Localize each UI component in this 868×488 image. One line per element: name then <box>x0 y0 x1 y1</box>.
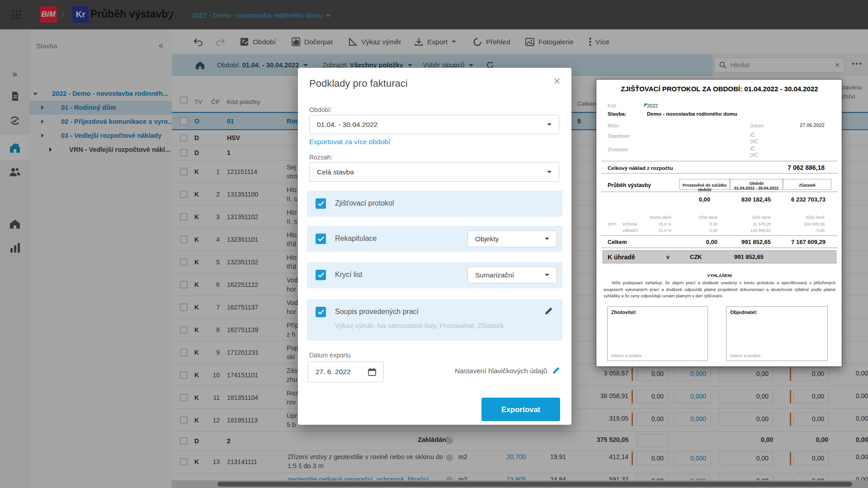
option-rekapitulace[interactable]: Rekapitulace Objekty <box>307 226 562 252</box>
protocol-v3: 6 232 703,73 <box>767 196 826 203</box>
protocol-ic-label: IČ: <box>750 146 756 151</box>
export-modal: Podklady pro fakturaci × Období: 01.04. … <box>298 68 571 425</box>
option-kryci-list[interactable]: Krycí list Sumarizační <box>307 262 562 288</box>
protocol-vyse-header: Výše daně <box>766 215 825 220</box>
modal-title: Podklady pro fakturaci <box>309 78 408 89</box>
protocol-ic-label: IČ: <box>750 133 756 138</box>
rekapitulace-select[interactable]: Objekty <box>467 230 557 247</box>
protocol-stavba-label: Stavba: <box>608 111 627 117</box>
option-zjistovaci-protokol[interactable]: Zjišťovací protokol <box>307 191 562 217</box>
export-more-link[interactable]: Exportovat za více období <box>309 138 390 146</box>
close-icon[interactable]: × <box>550 74 564 88</box>
protocol-zhotovitel-label: Zhotovitel: <box>608 147 628 152</box>
protocol-datum-value: 27.06.2022 <box>777 122 825 128</box>
protocol-dph-label: DPH <box>608 222 616 226</box>
checkbox-checked[interactable] <box>316 270 326 280</box>
protocol-snizena-label: snížená <box>623 222 637 226</box>
protocol-col2: Období01.04.2022 - 30.04.2022 <box>730 179 783 190</box>
protocol-col1: Prostavěné do začátku období <box>679 179 730 190</box>
protocol-vyse-header: Výše daně <box>717 215 771 220</box>
datum-exportu-label: Datum exportu <box>309 352 351 359</box>
dotted-divider <box>602 248 837 248</box>
protocol-vyhlaseni-title: VYHLÁŠENÍ <box>596 273 843 278</box>
calendar-icon <box>368 368 376 376</box>
checkbox-checked[interactable] <box>316 307 326 317</box>
protocol-preview: ZJIŠŤOVACÍ PROTOKOL ZA OBDOBÍ: 01.04.202… <box>596 79 842 367</box>
header-settings-link[interactable]: Nastavení hlavičkových údajů <box>455 366 561 375</box>
protocol-dic-label: DIČ: <box>750 153 759 158</box>
protocol-uhrada-band: K úhradě v CZK 991 852,65 <box>603 250 836 263</box>
protocol-kod-label: Kód: <box>608 103 617 108</box>
protocol-naklad-label: Celkový náklad z rozpočtu <box>608 165 673 171</box>
protocol-prubeh-label: Průběh výstavby <box>608 182 651 188</box>
signature-box-objednatel: Objednatel: Datum a podpis: <box>726 306 828 361</box>
edit-pencil-icon[interactable] <box>544 306 553 315</box>
chevron-down-icon <box>545 274 549 276</box>
chevron-down-icon <box>547 171 552 173</box>
protocol-datum-label: Datum: <box>750 123 764 128</box>
checkbox-checked[interactable] <box>316 234 326 244</box>
checkbox-checked[interactable] <box>316 198 326 209</box>
protocol-kod-value: 2022 <box>647 103 658 108</box>
protocol-sazba-header: Sazba daně <box>637 215 671 220</box>
protocol-zakladni-label: základní <box>623 228 638 233</box>
chevron-down-icon <box>547 123 552 126</box>
protocol-stavba-value: Demo - novostavba rodinného domu <box>647 111 737 117</box>
signature-box-zhotovitel: Zhotovitel: Datum a podpis: <box>607 306 708 361</box>
rozsah-select[interactable]: Celá stavba <box>309 162 559 182</box>
protocol-naklad-value: 7 062 886,18 <box>766 164 825 171</box>
edit-pencil-icon <box>552 366 561 375</box>
dotted-divider <box>602 235 837 236</box>
protocol-title: ZJIŠŤOVACÍ PROTOKOL ZA OBDOBÍ: 01.04.202… <box>596 85 843 93</box>
protocol-v1: 0,00 <box>665 196 710 203</box>
export-confirm-button[interactable]: Exportovat <box>481 398 560 421</box>
kryci-list-select[interactable]: Sumarizační <box>467 267 557 283</box>
rozsah-label: Rozsah: <box>309 154 332 161</box>
protocol-objednatel-label: Objednatel: <box>608 134 631 139</box>
protocol-dic-label: DIČ: <box>750 139 759 144</box>
protocol-vyse-header: Výše daně <box>672 215 717 220</box>
obdobi-select[interactable]: 01.04. - 30.04.2022 <box>309 115 559 134</box>
chevron-down-icon <box>545 238 549 240</box>
option-soupis-praci[interactable]: Soupis provedených prací Výkaz výměr, Na… <box>307 299 562 341</box>
protocol-v2: 830 182,45 <box>717 196 771 203</box>
app-window: BiM › Kr Průběh výstavby › 2022 - Demo -… <box>0 0 868 488</box>
datum-exportu-input[interactable]: 27. 6. 2022 <box>308 361 384 382</box>
obdobi-label: Období: <box>309 106 332 113</box>
protocol-col3: Zůstatek <box>783 179 831 190</box>
dotted-divider <box>602 173 837 174</box>
dotted-divider <box>602 192 837 192</box>
protocol-vyhlaseni-text: Níže podepsaní vyhlašují, že objem prací… <box>604 280 835 300</box>
protocol-celkem-label: Celkem <box>608 239 627 245</box>
protocol-misto-label: Místo: <box>608 123 620 128</box>
dotted-divider <box>602 161 837 161</box>
